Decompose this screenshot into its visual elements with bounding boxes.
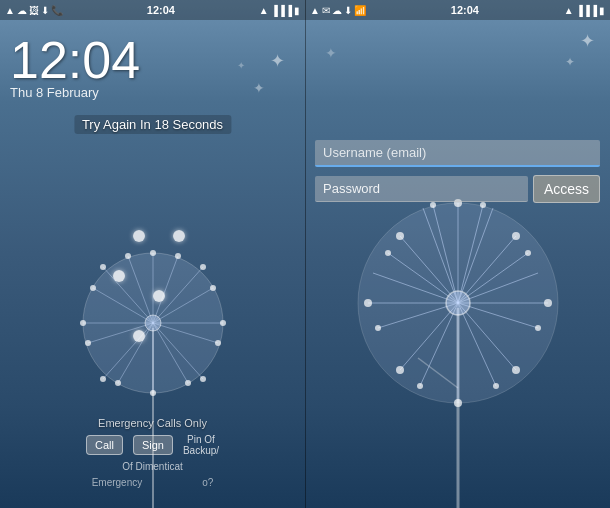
svg-point-20	[220, 320, 226, 326]
right-battery-icon: ▮	[599, 5, 605, 16]
right-floating-seed-3: ✦	[325, 45, 337, 61]
lock-dot-4	[153, 290, 165, 302]
svg-point-61	[512, 366, 520, 374]
right-notification-icon: ▲	[310, 5, 320, 16]
svg-point-69	[493, 383, 499, 389]
svg-point-31	[90, 285, 96, 291]
emergency-bottom-label: Emergency	[92, 477, 143, 488]
right-status-time: 12:04	[451, 4, 479, 16]
svg-point-71	[385, 250, 391, 256]
try-again-message: Try Again In 18 Seconds	[74, 115, 231, 134]
cloud-icon: ☁	[17, 5, 27, 16]
username-input[interactable]	[315, 140, 600, 167]
floating-seed-1: ✦	[270, 50, 285, 72]
password-row: Access	[315, 175, 600, 203]
right-cloud-icon: ☁	[332, 5, 342, 16]
phone-icon: 📞	[51, 5, 63, 16]
right-signal-icon: 📶	[354, 5, 366, 16]
svg-point-73	[417, 383, 423, 389]
right-signal-bars: ▐▐▐	[576, 5, 597, 16]
right-panel: ✦ ✦ ✦ ▲ ✉ ☁ ⬇ 📶 12:04 ▲ ▐▐▐ ▮ Access	[305, 0, 610, 508]
svg-point-23	[100, 376, 106, 382]
lock-dot-2	[173, 230, 185, 242]
bottom-labels: Emergency o?	[92, 477, 214, 488]
right-mail-icon: ✉	[322, 5, 330, 16]
pin-backup-text: Pin Of Backup/	[183, 434, 219, 456]
left-panel: ✦ ✦ ✦ ▲ ☁ 🖼 ⬇ 📞 12:04 ▲ ▐▐▐ ▮ 12:04 Thu …	[0, 0, 305, 508]
password-input[interactable]	[315, 176, 528, 202]
lock-dot-3	[113, 270, 125, 282]
call-button[interactable]: Call	[86, 435, 123, 455]
wifi-icon: ▲	[259, 5, 269, 16]
svg-point-21	[200, 376, 206, 382]
svg-point-68	[535, 325, 541, 331]
svg-point-60	[544, 299, 552, 307]
access-button[interactable]: Access	[533, 175, 600, 203]
right-status-left: ▲ ✉ ☁ ⬇ 📶	[310, 5, 366, 16]
right-wifi-icon: ▲	[564, 5, 574, 16]
status-right-icons: ▲ ▐▐▐ ▮	[259, 5, 300, 16]
svg-point-27	[210, 285, 216, 291]
floating-seed-3: ✦	[237, 60, 245, 71]
right-status-bar: ▲ ✉ ☁ ⬇ 📶 12:04 ▲ ▐▐▐ ▮	[305, 0, 610, 20]
notification-icon: ▲	[5, 5, 15, 16]
svg-point-28	[215, 340, 221, 346]
right-status-right: ▲ ▐▐▐ ▮	[564, 5, 605, 16]
svg-point-64	[364, 299, 372, 307]
svg-point-62	[454, 399, 462, 407]
bottom-area: Emergency Calls Only Call Sign Pin Of Ba…	[0, 417, 305, 488]
right-floating-seed-2: ✦	[565, 55, 575, 69]
right-floating-seed-1: ✦	[580, 30, 595, 52]
left-status-bar: ▲ ☁ 🖼 ⬇ 📞 12:04 ▲ ▐▐▐ ▮	[0, 0, 305, 20]
svg-point-67	[525, 250, 531, 256]
signal-icon: ▐▐▐	[271, 5, 292, 16]
left-status-time: 12:04	[147, 4, 175, 16]
svg-point-22	[150, 390, 156, 396]
of-dimenticat-label: Of Dimenticat	[122, 461, 183, 472]
status-left-icons: ▲ ☁ 🖼 ⬇ 📞	[5, 5, 63, 16]
image-icon: 🖼	[29, 5, 39, 16]
panel-divider	[305, 0, 306, 508]
backup-label: Backup/	[183, 445, 219, 456]
clock-time: 12:04	[10, 30, 140, 90]
bottom-buttons: Call Sign Pin Of Backup/	[86, 434, 219, 456]
lock-dots-area[interactable]	[103, 230, 203, 350]
clock-display: 12:04 Thu 8 February	[10, 30, 140, 100]
svg-point-65	[396, 232, 404, 240]
right-download-icon: ⬇	[344, 5, 352, 16]
download-icon: ⬇	[41, 5, 49, 16]
of-dimenticat-text: Of Dimenticat	[122, 461, 183, 472]
pin-label: Pin Of	[183, 434, 219, 445]
svg-point-33	[115, 380, 121, 386]
svg-point-29	[185, 380, 191, 386]
lock-dot-5	[133, 330, 145, 342]
login-area: Access	[315, 140, 600, 203]
battery-icon: ▮	[294, 5, 300, 16]
svg-point-72	[375, 325, 381, 331]
svg-point-32	[85, 340, 91, 346]
floating-seed-2: ✦	[253, 80, 265, 96]
svg-point-24	[80, 320, 86, 326]
lock-dot-1	[133, 230, 145, 242]
svg-point-63	[396, 366, 404, 374]
sign-button[interactable]: Sign	[133, 435, 173, 455]
svg-point-59	[512, 232, 520, 240]
o-label: o?	[202, 477, 213, 488]
emergency-text: Emergency Calls Only	[98, 417, 207, 429]
svg-point-74	[446, 291, 470, 315]
